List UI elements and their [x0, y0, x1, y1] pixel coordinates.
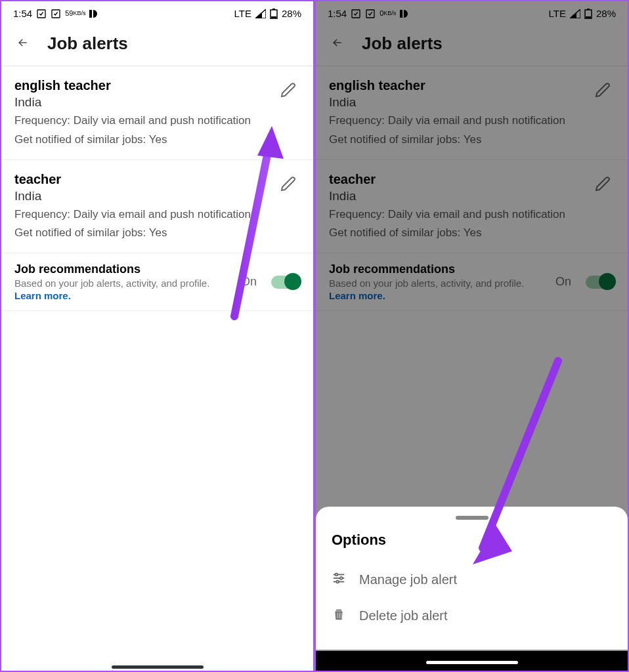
sheet-handle[interactable] [456, 516, 488, 520]
alert-title: teacher [14, 172, 300, 187]
status-time: 1:54 [13, 8, 32, 19]
sheet-item-label: Manage job alert [359, 572, 457, 587]
phone-left: 1:54 59KB/s LTE 28% Job alerts english t… [0, 0, 314, 672]
back-icon[interactable] [14, 33, 32, 54]
app-header: Job alerts [1, 24, 313, 66]
recommendations-subtitle: Based on your job alerts, activity, and … [14, 278, 233, 289]
recommendations-toggle[interactable] [271, 276, 300, 289]
status-icon-cast1 [36, 9, 47, 19]
status-bar: 1:54 59KB/s LTE 28% [1, 1, 313, 24]
alert-similar: Get notified of similar jobs: Yes [14, 132, 300, 148]
svg-point-16 [340, 577, 343, 579]
svg-rect-2 [89, 10, 92, 18]
options-bottom-sheet: Options Manage job alert Delete job aler… [316, 507, 628, 650]
alert-similar: Get notified of similar jobs: Yes [14, 225, 300, 241]
status-speed: 59KB/s [65, 10, 85, 17]
pencil-icon[interactable] [280, 176, 296, 194]
alert-card-1[interactable]: teacher India Frequency: Daily via email… [1, 160, 313, 254]
svg-rect-5 [271, 16, 276, 18]
phone-right: 1:54 0KB/s LTE 28% Job alerts english te… [314, 0, 629, 672]
learn-more-link[interactable]: Learn more. [14, 290, 233, 301]
alert-location: India [14, 95, 300, 110]
alert-frequency: Frequency: Daily via email and push noti… [14, 207, 300, 222]
svg-point-17 [336, 581, 339, 583]
recommendations-row: Job recommendations Based on your job al… [1, 253, 313, 311]
manage-job-alert-item[interactable]: Manage job alert [332, 562, 612, 598]
alert-frequency: Frequency: Daily via email and push noti… [14, 113, 300, 129]
delete-job-alert-item[interactable]: Delete job alert [332, 598, 612, 634]
trash-icon [332, 607, 346, 625]
pencil-icon[interactable] [280, 82, 296, 100]
page-title: Job alerts [47, 33, 128, 54]
status-network: LTE [234, 8, 251, 19]
status-icon-cast2 [51, 9, 61, 19]
sliders-icon [332, 571, 346, 589]
nav-bar[interactable] [316, 651, 628, 671]
svg-point-15 [336, 574, 338, 576]
recommendations-status: On [241, 275, 257, 289]
alert-title: english teacher [14, 78, 300, 93]
sheet-title: Options [332, 532, 612, 549]
signal-icon [255, 9, 266, 18]
svg-rect-4 [272, 9, 275, 10]
nav-handle[interactable] [112, 665, 204, 669]
recommendations-title: Job recommendations [14, 262, 233, 276]
status-icon-id [89, 10, 100, 18]
battery-icon [270, 9, 278, 19]
alert-location: India [14, 189, 300, 203]
alert-card-0[interactable]: english teacher India Frequency: Daily v… [1, 66, 313, 160]
status-battery: 28% [282, 8, 301, 19]
sheet-item-label: Delete job alert [359, 608, 448, 623]
